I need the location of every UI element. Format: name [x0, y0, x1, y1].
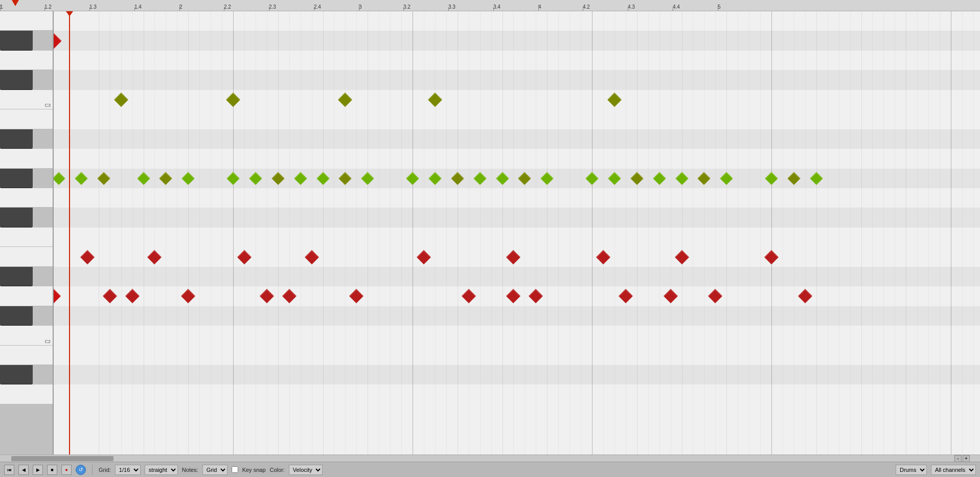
- subbeat-line: [614, 11, 615, 455]
- piano-white-key[interactable]: [0, 384, 53, 404]
- grid-row: [54, 149, 980, 168]
- grid-row: [54, 346, 980, 365]
- note-grid[interactable]: [54, 11, 980, 455]
- piano-black-key[interactable]: [0, 70, 33, 89]
- piano-black-key[interactable]: [0, 31, 33, 50]
- subbeat-line: [132, 11, 133, 455]
- timeline-tick: [628, 7, 628, 11]
- timeline-tick: [0, 5, 1, 11]
- piano-black-key[interactable]: [0, 129, 33, 149]
- timeline-ruler: 11.21.31.422.22.32.433.23.33.444.24.34.4…: [0, 0, 980, 11]
- beat-line: [368, 11, 368, 455]
- subbeat-line: [962, 11, 963, 455]
- subbeat-line: [166, 11, 166, 455]
- timeline-marker: 1.4: [134, 4, 142, 10]
- subbeat-line: [525, 11, 525, 455]
- color-select[interactable]: Velocity: [289, 465, 323, 475]
- back-button[interactable]: ◀: [18, 465, 29, 475]
- stop-button[interactable]: ■: [47, 465, 57, 475]
- subbeat-line: [581, 11, 581, 455]
- zoom-out-button[interactable]: -: [954, 455, 962, 462]
- subbeat-line: [513, 11, 514, 455]
- subbeat-line: [199, 11, 200, 455]
- subbeat-line: [289, 11, 290, 455]
- key-label: C3: [44, 103, 51, 108]
- play-button[interactable]: ▶: [33, 465, 43, 475]
- scrollbar-thumb[interactable]: [11, 456, 113, 461]
- key-label: C2: [44, 339, 51, 344]
- subbeat-line: [379, 11, 379, 455]
- bar-line: [592, 11, 592, 455]
- instrument-select[interactable]: Drums: [896, 465, 927, 475]
- straight-select[interactable]: straight: [145, 465, 178, 475]
- beat-line: [99, 11, 99, 455]
- subbeat-line: [211, 11, 211, 455]
- grid-row: [54, 208, 980, 227]
- grid-row: [54, 188, 980, 208]
- piano-white-key[interactable]: [0, 188, 53, 208]
- beat-line: [144, 11, 144, 455]
- record-button[interactable]: ●: [61, 465, 72, 475]
- subbeat-line: [872, 11, 873, 455]
- key-snap-checkbox[interactable]: [232, 466, 238, 473]
- piano-keyboard: C3C2: [0, 11, 54, 455]
- subbeat-line: [940, 11, 940, 455]
- color-label: Color:: [270, 467, 285, 473]
- subbeat-line: [659, 11, 660, 455]
- timeline-marker: 1.3: [89, 4, 97, 10]
- piano-black-key[interactable]: [0, 208, 33, 227]
- subbeat-line: [491, 11, 492, 455]
- piano-white-key[interactable]: [0, 11, 53, 31]
- subbeat-line: [794, 11, 794, 455]
- zoom-in-button[interactable]: +: [963, 455, 970, 462]
- subbeat-line: [536, 11, 536, 455]
- piano-black-key[interactable]: [0, 306, 33, 326]
- timeline-marker: 4.4: [673, 4, 680, 10]
- piano-black-key[interactable]: [0, 365, 33, 384]
- piano-white-key[interactable]: [0, 346, 53, 365]
- timeline-tick: [448, 7, 449, 11]
- notes-label: Notes:: [182, 467, 198, 473]
- rewind-button[interactable]: ⏮: [4, 465, 14, 475]
- subbeat-line: [805, 11, 806, 455]
- channel-select[interactable]: All channels: [931, 465, 976, 475]
- subbeat-line: [356, 11, 357, 455]
- notes-select[interactable]: Grid: [202, 465, 227, 475]
- subbeat-line: [883, 11, 884, 455]
- piano-white-key[interactable]: [0, 247, 53, 266]
- subbeat-line: [301, 11, 301, 455]
- timeline-tick: [583, 7, 583, 11]
- timeline-marker: 4.2: [583, 4, 590, 10]
- subbeat-line: [895, 11, 895, 455]
- beat-line: [682, 11, 682, 455]
- subbeat-line: [345, 11, 346, 455]
- grid-row: [54, 267, 980, 286]
- piano-white-key[interactable]: C2: [0, 326, 53, 345]
- piano-black-key[interactable]: [0, 169, 33, 188]
- piano-white-key[interactable]: [0, 228, 53, 247]
- grid-row: [54, 70, 980, 89]
- piano-white-key[interactable]: [0, 109, 53, 129]
- main-area: C3C2: [0, 11, 980, 455]
- piano-white-key[interactable]: [0, 51, 53, 70]
- grid-row: [54, 129, 980, 149]
- loop-button[interactable]: ↺: [76, 465, 86, 475]
- grid-select[interactable]: 1/16 1/8 1/4: [115, 465, 141, 475]
- piano-black-key[interactable]: [0, 267, 33, 286]
- beat-line: [726, 11, 727, 455]
- subbeat-line: [928, 11, 929, 455]
- timeline-tick: [89, 7, 90, 11]
- piano-white-key[interactable]: [0, 149, 53, 168]
- toolbar: ⏮ ◀ ▶ ■ ● ↺ Grid: 1/16 1/8 1/4 straight …: [0, 462, 980, 477]
- subbeat-line: [783, 11, 783, 455]
- timeline-marker: 3.3: [448, 4, 455, 10]
- subbeat-line: [435, 11, 436, 455]
- piano-white-key[interactable]: [0, 286, 53, 306]
- grid-row: [54, 11, 980, 31]
- horizontal-scrollbar[interactable]: - +: [0, 455, 980, 462]
- timeline-tick: [538, 5, 539, 11]
- subbeat-line: [917, 11, 918, 455]
- piano-white-key[interactable]: C3: [0, 90, 53, 109]
- subbeat-line: [558, 11, 559, 455]
- grid-row: [54, 109, 980, 129]
